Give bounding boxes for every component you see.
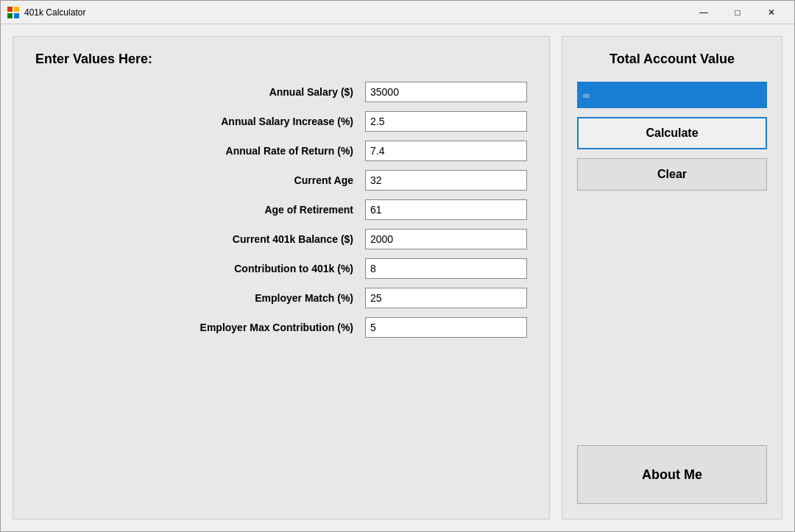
contribution-input[interactable]	[365, 258, 527, 279]
form-label-7: Employer Match (%)	[162, 292, 353, 304]
current-age-input[interactable]	[365, 170, 527, 191]
close-button[interactable]: ✕	[755, 1, 788, 24]
form-label-6: Contribution to 401k (%)	[162, 263, 353, 274]
form-row-1: Annual Salary Increase (%)	[35, 111, 527, 132]
svg-rect-3	[14, 13, 19, 18]
window-title: 401k Calculator	[24, 7, 687, 18]
employer-match-input[interactable]	[365, 288, 527, 308]
maximize-button[interactable]: □	[721, 1, 755, 24]
annual-salary-increase-input[interactable]	[365, 111, 527, 132]
form-row-3: Current Age	[35, 170, 527, 191]
svg-rect-2	[7, 13, 13, 18]
minimize-button[interactable]: —	[687, 1, 721, 24]
form-label-0: Annual Salary ($)	[162, 86, 353, 98]
annual-rate-return-input[interactable]	[365, 141, 527, 161]
form-label-8: Employer Max Contribution (%)	[162, 322, 353, 333]
form-label-2: Annual Rate of Return (%)	[162, 145, 353, 157]
form-row-5: Current 401k Balance ($)	[35, 229, 527, 249]
input-panel-title: Enter Values Here:	[35, 52, 527, 67]
form-label-4: Age of Retirement	[162, 204, 353, 216]
result-panel-title: Total Account Value	[577, 52, 767, 67]
result-display: ∞	[577, 82, 767, 108]
form-rows: Annual Salary ($)Annual Salary Increase …	[35, 82, 527, 338]
result-value: ∞	[583, 90, 590, 101]
form-row-2: Annual Rate of Return (%)	[35, 141, 527, 161]
app-icon	[7, 6, 20, 19]
about-me-button[interactable]: About Me	[577, 445, 767, 504]
titlebar: 401k Calculator — □ ✕	[1, 1, 794, 24]
current-balance-input[interactable]	[365, 229, 527, 249]
calculate-button[interactable]: Calculate	[577, 117, 767, 149]
age-retirement-input[interactable]	[365, 199, 527, 220]
app-window: 401k Calculator — □ ✕ Enter Values Here:…	[0, 0, 795, 532]
spacer	[577, 199, 767, 430]
employer-max-input[interactable]	[365, 317, 527, 338]
app-content: Enter Values Here: Annual Salary ($)Annu…	[1, 24, 794, 531]
form-row-7: Employer Match (%)	[35, 288, 527, 308]
svg-rect-1	[14, 7, 19, 12]
clear-button[interactable]: Clear	[577, 158, 767, 191]
form-row-4: Age of Retirement	[35, 199, 527, 220]
window-controls: — □ ✕	[687, 1, 788, 24]
svg-rect-0	[7, 7, 13, 12]
form-row-8: Employer Max Contribution (%)	[35, 317, 527, 338]
form-label-1: Annual Salary Increase (%)	[162, 116, 353, 127]
form-row-6: Contribution to 401k (%)	[35, 258, 527, 279]
form-label-5: Current 401k Balance ($)	[162, 233, 353, 245]
input-panel: Enter Values Here: Annual Salary ($)Annu…	[13, 36, 550, 519]
annual-salary-input[interactable]	[365, 82, 527, 102]
form-row-0: Annual Salary ($)	[35, 82, 527, 102]
form-label-3: Current Age	[162, 174, 353, 186]
result-panel: Total Account Value ∞ Calculate Clear Ab…	[562, 36, 782, 519]
